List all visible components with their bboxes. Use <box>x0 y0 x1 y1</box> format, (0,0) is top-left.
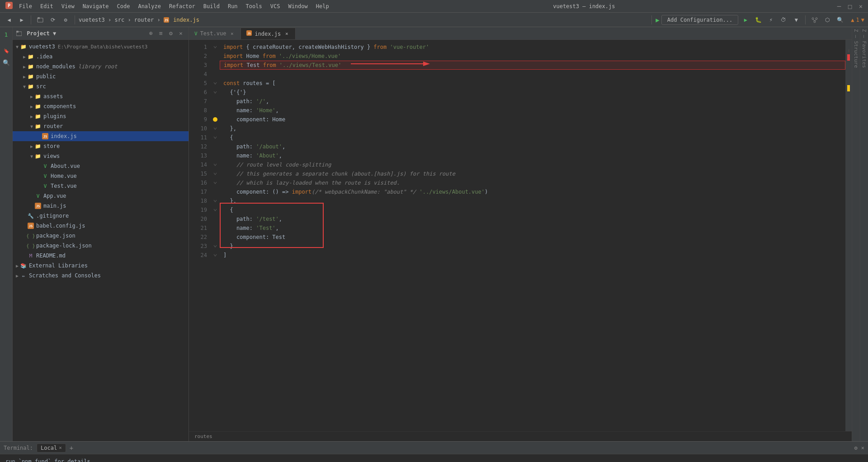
fold-10[interactable] <box>211 124 220 133</box>
tree-item-package-json[interactable]: { } package.json <box>13 231 189 241</box>
code-line-16: // which is lazy-loaded when the route i… <box>220 178 845 187</box>
tree-item-babel-config[interactable]: JS babel.config.js <box>13 221 189 231</box>
breakpoint-9[interactable] <box>211 115 220 124</box>
tree-item-src[interactable]: ▼ 📁 src <box>13 81 189 91</box>
breadcrumb-router[interactable]: router <box>134 17 154 23</box>
tree-item-plugins[interactable]: ▶ 📁 plugins <box>13 111 189 121</box>
project-icon[interactable] <box>35 14 46 25</box>
app-icon[interactable]: P <box>4 1 14 11</box>
index-js-tab-close[interactable]: × <box>283 31 290 37</box>
sync-button[interactable]: ⟳ <box>47 14 58 25</box>
terminal-add-button[interactable]: + <box>70 444 73 452</box>
main-js-arrow-icon <box>29 203 34 209</box>
tree-item-package-lock-json[interactable]: { } package-lock.json <box>13 241 189 251</box>
menu-run[interactable]: Run <box>224 2 241 10</box>
tree-item-views[interactable]: ▼ 📁 views <box>13 151 189 161</box>
close-button[interactable]: × <box>857 3 864 10</box>
search-everywhere-button[interactable]: 🔍 <box>835 14 845 25</box>
gutter-12 <box>211 142 220 151</box>
tree-item-app-vue[interactable]: V App.vue <box>13 191 189 201</box>
tab-test-vue[interactable]: V Test.vue × <box>189 28 241 39</box>
panel-settings-button[interactable]: ⚙ <box>167 29 175 38</box>
fold-11[interactable] <box>211 133 220 142</box>
tree-item-scratches[interactable]: ▶ ✏ Scratches and Consoles <box>13 271 189 281</box>
tree-root[interactable]: ▼ 📁 vuetest3 E:\Program_Data\bishe\vuete… <box>13 42 189 52</box>
favorites-label[interactable]: Z – Favorites <box>861 29 867 68</box>
menu-edit[interactable]: Edit <box>37 2 57 10</box>
tree-item-index-js[interactable]: JS index.js <box>13 131 189 141</box>
tree-item-readme[interactable]: M README.md <box>13 251 189 261</box>
debug-button[interactable]: 🐛 <box>753 14 764 25</box>
tree-item-main-js[interactable]: JS main.js <box>13 201 189 211</box>
breadcrumb-project[interactable]: vuetest3 <box>79 17 105 23</box>
menu-file[interactable]: File <box>15 2 36 10</box>
tree-item-home-vue[interactable]: V Home.vue <box>13 171 189 181</box>
breadcrumb-file[interactable]: JS index.js <box>164 17 199 23</box>
tree-item-gitignore[interactable]: 🔧 .gitignore <box>13 211 189 221</box>
vcs-button[interactable] <box>809 14 820 25</box>
back-button[interactable]: ◀ <box>4 14 14 25</box>
more-run-button[interactable]: ▼ <box>791 14 802 25</box>
fold-14[interactable] <box>211 160 220 169</box>
settings-button[interactable]: ⚙ <box>60 14 71 25</box>
maximize-button[interactable]: □ <box>846 3 854 10</box>
code-editor[interactable]: 1 2 3 4 5 6 7 8 9 10 11 12 13 14 15 16 1… <box>189 40 852 431</box>
menu-help[interactable]: Help <box>312 2 333 10</box>
find-button[interactable]: 🔍 <box>1 57 12 68</box>
bookmarks-button[interactable]: 🔖 <box>1 45 12 56</box>
run-debug-button[interactable]: ▶ <box>656 16 659 24</box>
tree-item-public[interactable]: ▶ 📁 public <box>13 71 189 81</box>
minimize-button[interactable]: ─ <box>835 3 843 10</box>
test-vue-tab-close[interactable]: × <box>229 30 235 37</box>
fold-24[interactable] <box>211 251 220 260</box>
fold-5[interactable] <box>211 79 220 88</box>
fold-18[interactable] <box>211 196 220 205</box>
terminal-content[interactable]: run `npm fund` for details ✓ Successfull… <box>0 454 868 462</box>
breadcrumb-src[interactable]: src <box>114 17 124 23</box>
close-panel-button[interactable]: × <box>177 29 185 38</box>
warning-indicator[interactable]: ▲ 1 ▼ <box>851 17 864 23</box>
menu-vcs[interactable]: VCS <box>267 2 284 10</box>
share-button[interactable]: ⬡ <box>822 14 833 25</box>
fold-6[interactable] <box>211 88 220 97</box>
menu-analyze[interactable]: Analyze <box>134 2 165 10</box>
tab-index-js[interactable]: JS index.js × <box>241 28 296 39</box>
tree-item-router[interactable]: ▼ 📁 router <box>13 121 189 131</box>
terminal-close-icon[interactable]: × <box>861 445 864 451</box>
tree-item-components[interactable]: ▶ 📁 components <box>13 101 189 111</box>
fold-19[interactable] <box>211 205 220 214</box>
profile-button[interactable]: ⏱ <box>778 14 789 25</box>
run-button[interactable]: ▶ <box>740 14 751 25</box>
tree-item-external-libs[interactable]: ▶ 📚 External Libraries <box>13 261 189 271</box>
forward-button[interactable]: ▶ <box>16 14 27 25</box>
tree-item-idea[interactable]: ▶ 📁 .idea <box>13 52 189 62</box>
add-configuration-button[interactable]: Add Configuration... <box>661 15 739 25</box>
project-panel-toggle[interactable]: 1 <box>1 29 12 40</box>
menu-refactor[interactable]: Refactor <box>165 2 199 10</box>
terminal-tab-local[interactable]: Local × <box>37 443 66 452</box>
z-structure-label[interactable]: Z – Structure <box>853 29 859 68</box>
menu-build[interactable]: Build <box>200 2 223 10</box>
code-content[interactable]: import { createRouter, createWebHashHist… <box>220 40 845 431</box>
terminal-tab-close-icon[interactable]: × <box>59 445 62 451</box>
locate-in-project-button[interactable]: ⊕ <box>147 29 155 38</box>
fold-23[interactable] <box>211 242 220 251</box>
editor-scrollbar[interactable] <box>845 40 852 431</box>
menu-view[interactable]: View <box>58 2 78 10</box>
menu-navigate[interactable]: Navigate <box>79 2 113 10</box>
fold-16[interactable] <box>211 178 220 187</box>
collapse-all-button[interactable]: ≡ <box>157 29 165 38</box>
tree-item-store[interactable]: ▶ 📁 store <box>13 141 189 151</box>
tree-item-assets[interactable]: ▶ 📁 assets <box>13 91 189 101</box>
tree-item-node-modules[interactable]: ▶ 📁 node_modules library root <box>13 62 189 71</box>
menu-window[interactable]: Window <box>284 2 311 10</box>
coverage-button[interactable]: ⚡ <box>765 14 776 25</box>
tree-item-test-vue[interactable]: V Test.vue <box>13 181 189 191</box>
menu-tools[interactable]: Tools <box>242 2 266 10</box>
menu-code[interactable]: Code <box>113 2 134 10</box>
babel-arrow-icon <box>22 223 27 229</box>
fold-15[interactable] <box>211 169 220 178</box>
terminal-settings-icon[interactable]: ⚙ <box>854 445 858 451</box>
fold-1[interactable] <box>211 43 220 52</box>
tree-item-about-vue[interactable]: V About.vue <box>13 161 189 171</box>
